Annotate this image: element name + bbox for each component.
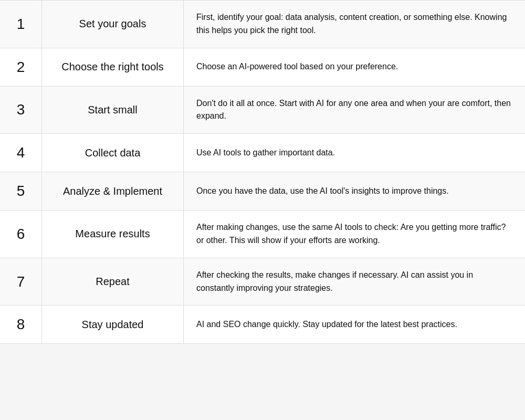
table-row: 5Analyze & ImplementOnce you have the da… <box>0 172 525 211</box>
step-title: Set your goals <box>42 1 184 48</box>
table-row: 2Choose the right toolsChoose an AI-powe… <box>0 48 525 87</box>
step-number: 3 <box>0 87 42 134</box>
table-row: 7RepeatAfter checking the results, make … <box>0 258 525 306</box>
step-description: Don't do it all at once. Start with AI f… <box>184 87 525 134</box>
step-number: 4 <box>0 134 42 172</box>
step-title: Repeat <box>42 258 184 306</box>
step-description: Use AI tools to gather important data. <box>184 134 525 172</box>
step-title: Analyze & Implement <box>42 172 184 210</box>
step-number: 2 <box>0 48 42 86</box>
step-title: Measure results <box>42 211 184 258</box>
step-description: Choose an AI-powered tool based on your … <box>184 48 525 86</box>
step-number: 8 <box>0 306 42 343</box>
step-description: AI and SEO change quickly. Stay updated … <box>184 306 525 343</box>
table-row: 8Stay updatedAI and SEO change quickly. … <box>0 306 525 344</box>
step-description: Once you have the data, use the AI tool'… <box>184 172 525 210</box>
steps-table: 1Set your goalsFirst, identify your goal… <box>0 0 525 344</box>
step-title: Stay updated <box>42 306 184 343</box>
table-row: 6Measure resultsAfter making changes, us… <box>0 211 525 258</box>
step-title: Choose the right tools <box>42 48 184 86</box>
step-title: Start small <box>42 87 184 134</box>
table-row: 4Collect dataUse AI tools to gather impo… <box>0 134 525 172</box>
step-number: 1 <box>0 1 42 48</box>
step-description: First, identify your goal: data analysis… <box>184 1 525 48</box>
step-description: After checking the results, make changes… <box>184 258 525 306</box>
step-number: 5 <box>0 172 42 210</box>
table-row: 3Start smallDon't do it all at once. Sta… <box>0 87 525 134</box>
step-number: 7 <box>0 258 42 306</box>
step-description: After making changes, use the same AI to… <box>184 211 525 258</box>
step-title: Collect data <box>42 134 184 172</box>
table-row: 1Set your goalsFirst, identify your goal… <box>0 0 525 48</box>
step-number: 6 <box>0 211 42 258</box>
